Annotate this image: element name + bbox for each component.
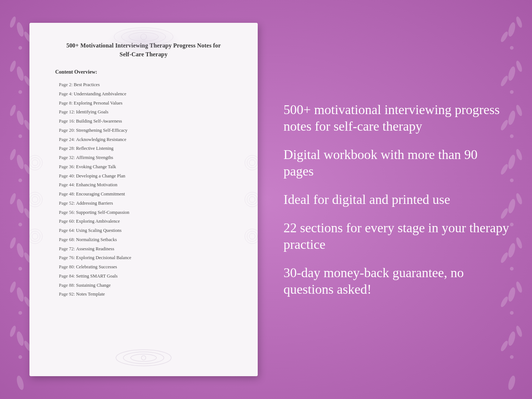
toc-topic: Developing a Change Plan <box>76 173 126 179</box>
toc-page-number: Page 72: <box>59 246 76 251</box>
feature-text-5: 30-day money-back guarantee, no question… <box>283 265 510 298</box>
toc-page-number: Page 56: <box>59 210 76 215</box>
toc-item: Page 60: Exploring Ambivalence <box>52 217 236 226</box>
svg-point-90 <box>131 354 156 361</box>
toc-topic: Exploring Personal Values <box>74 100 122 106</box>
svg-point-85 <box>121 30 166 43</box>
toc-item: Page 92: Notes Template <box>52 290 236 299</box>
svg-point-68 <box>32 160 38 166</box>
toc-page-number: Page 44: <box>59 182 76 187</box>
svg-point-76 <box>247 158 257 168</box>
toc-item: Page 48: Encouraging Commitment <box>52 190 236 199</box>
toc-item: Page 28: Reflective Listening <box>52 144 236 153</box>
toc-topic: Notes Template <box>76 292 105 297</box>
toc-topic: Celebrating Successes <box>76 264 117 269</box>
toc-topic: Supporting Self-Compassion <box>76 210 130 215</box>
svg-point-77 <box>249 160 255 166</box>
toc-topic: Normalizing Setbacks <box>76 237 117 242</box>
svg-point-87 <box>141 34 147 40</box>
feature-text-4: 22 sections for every stage in your ther… <box>283 220 510 253</box>
svg-point-74 <box>32 233 38 239</box>
toc-topic: Understanding Ambivalence <box>74 91 126 96</box>
svg-point-71 <box>32 197 38 202</box>
toc-topic: Best Practices <box>74 82 99 87</box>
feature-text-3: Ideal for digital and printed use <box>283 191 510 208</box>
toc-item: Page 52: Addressing Barriers <box>52 199 236 208</box>
toc-topic: Addressing Barriers <box>76 201 113 206</box>
toc-page-number: Page 32: <box>59 155 76 160</box>
right-panel: 500+ motivational interviewing progress … <box>276 102 510 298</box>
toc-item: Page 8: Exploring Personal Values <box>52 99 236 108</box>
toc-page-number: Page 84: <box>59 273 76 279</box>
table-of-contents: Page 2: Best PracticesPage 4: Understand… <box>52 80 236 299</box>
document-card: 500+ Motivational Interviewing Therapy P… <box>29 23 258 376</box>
toc-topic: Identifying Goals <box>76 109 109 114</box>
feature-text-2: Digital workbook with more than 90 pages <box>283 146 510 180</box>
doc-bottom-mandala <box>110 347 177 369</box>
toc-page-number: Page 48: <box>59 191 76 197</box>
toc-item: Page 12: Identifying Goals <box>52 107 236 117</box>
toc-topic: Sustaining Change <box>76 283 111 288</box>
toc-topic: Strengthening Self-Efficacy <box>76 128 128 133</box>
toc-item: Page 68: Normalizing Setbacks <box>52 235 236 244</box>
toc-item: Page 40: Developing a Change Plan <box>52 172 236 181</box>
svg-point-91 <box>141 356 146 360</box>
toc-topic: Enhancing Motivation <box>76 182 117 187</box>
doc-mandala-left <box>29 144 44 255</box>
toc-topic: Reflective Listening <box>76 146 114 151</box>
toc-page-number: Page 76: <box>59 255 76 260</box>
toc-page-number: Page 36: <box>59 164 76 169</box>
toc-item: Page 80: Celebrating Successes <box>52 262 236 272</box>
toc-page-number: Page 24: <box>59 137 76 142</box>
svg-point-80 <box>249 197 255 202</box>
toc-page-number: Page 88: <box>59 283 76 288</box>
main-content: 500+ Motivational Interviewing Therapy P… <box>0 0 532 399</box>
toc-topic: Using Scaling Questions <box>76 228 122 233</box>
toc-page-number: Page 52: <box>59 201 76 206</box>
toc-item: Page 64: Using Scaling Questions <box>52 226 236 235</box>
doc-top-mandala <box>107 26 180 48</box>
toc-topic: Acknowledging Resistance <box>76 137 126 142</box>
toc-item: Page 76: Exploring Decisional Balance <box>52 253 236 262</box>
toc-page-number: Page 12: <box>59 109 76 114</box>
svg-point-79 <box>247 194 257 205</box>
toc-item: Page 36: Evoking Change Talk <box>52 162 236 172</box>
feature-text-1: 500+ motivational interviewing progress … <box>283 102 510 135</box>
toc-item: Page 44: Enhancing Motivation <box>52 180 236 190</box>
svg-point-82 <box>247 231 257 241</box>
toc-item: Page 16: Building Self-Awareness <box>52 117 236 126</box>
svg-point-83 <box>249 233 255 239</box>
toc-page-number: Page 40: <box>59 173 76 179</box>
toc-page-number: Page 8: <box>59 100 74 106</box>
svg-point-73 <box>30 231 40 241</box>
toc-item: Page 88: Sustaining Change <box>52 281 236 290</box>
toc-topic: Setting SMART Goals <box>76 273 118 279</box>
toc-item: Page 20: Strengthening Self-Efficacy <box>52 126 236 135</box>
toc-topic: Encouraging Commitment <box>76 191 125 197</box>
toc-item: Page 84: Setting SMART Goals <box>52 272 236 281</box>
toc-page-number: Page 20: <box>59 128 76 133</box>
toc-page-number: Page 60: <box>59 219 76 224</box>
toc-item: Page 2: Best Practices <box>52 80 236 89</box>
toc-page-number: Page 28: <box>59 146 76 151</box>
toc-item: Page 4: Understanding Ambivalence <box>52 89 236 99</box>
svg-point-89 <box>123 352 164 364</box>
toc-page-number: Page 64: <box>59 228 76 233</box>
toc-item: Page 72: Assessing Readiness <box>52 244 236 254</box>
content-overview-label: Content Overview: <box>55 69 236 75</box>
toc-topic: Assessing Readiness <box>76 246 114 251</box>
doc-mandala-right <box>243 144 258 255</box>
toc-page-number: Page 16: <box>59 119 76 124</box>
toc-item: Page 32: Affirming Strengths <box>52 153 236 162</box>
toc-topic: Affirming Strengths <box>76 155 113 160</box>
svg-point-70 <box>30 194 40 205</box>
toc-topic: Evoking Change Talk <box>76 164 116 169</box>
toc-topic: Building Self-Awareness <box>76 119 122 124</box>
toc-item: Page 24: Acknowledging Resistance <box>52 135 236 144</box>
svg-point-67 <box>30 158 40 168</box>
toc-page-number: Page 92: <box>59 292 76 297</box>
toc-page-number: Page 68: <box>59 237 76 242</box>
toc-topic: Exploring Decisional Balance <box>76 255 131 260</box>
toc-page-number: Page 2: <box>59 82 74 87</box>
toc-page-number: Page 4: <box>59 91 74 96</box>
